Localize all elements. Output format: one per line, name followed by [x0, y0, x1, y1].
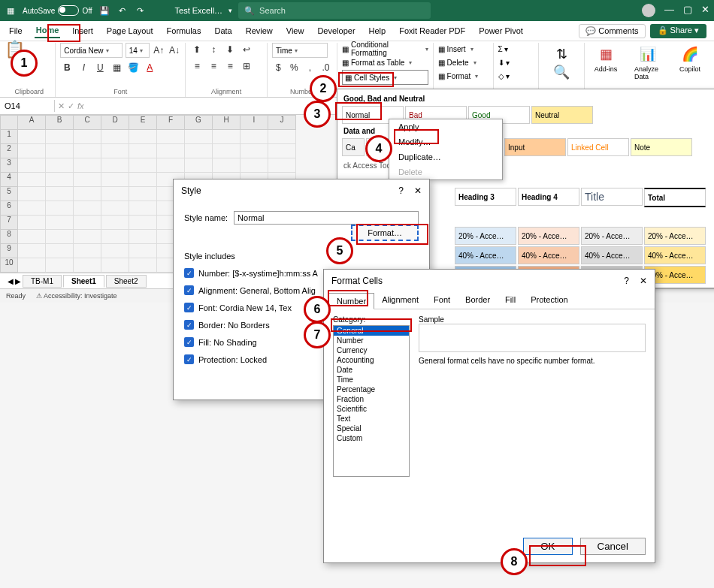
sum-icon[interactable]: Σ ▾	[498, 43, 534, 55]
help-icon[interactable]: ?	[398, 185, 404, 196]
align-center-icon[interactable]: ≡	[207, 59, 220, 73]
dec-inc-icon[interactable]: .0	[319, 61, 332, 74]
sheet-nav-next-icon[interactable]: ▶	[15, 277, 21, 285]
cell[interactable]	[18, 173, 46, 187]
style-input[interactable]: Input	[504, 138, 566, 156]
cell[interactable]	[268, 158, 296, 173]
accessibility-status[interactable]: ⚠ Accessibility: Investigate	[36, 292, 117, 300]
cat-percentage[interactable]: Percentage	[334, 384, 409, 394]
cat-currency[interactable]: Currency	[334, 345, 409, 355]
col-header[interactable]: D	[101, 115, 129, 130]
cell[interactable]	[46, 187, 74, 201]
style-item[interactable]: Ca	[342, 138, 365, 156]
clear-icon[interactable]: ◇ ▾	[498, 70, 534, 82]
tab-power-pivot[interactable]: Power Pivot	[477, 24, 525, 38]
cell[interactable]	[101, 173, 129, 187]
cell[interactable]	[268, 144, 296, 158]
cancel-formula-icon[interactable]: ✕	[58, 101, 65, 111]
cell[interactable]	[18, 130, 46, 144]
style-name-input[interactable]	[234, 211, 419, 225]
cell[interactable]	[241, 144, 268, 158]
cell[interactable]	[268, 130, 296, 144]
cat-scientific[interactable]: Scientific	[334, 404, 409, 414]
row-header[interactable]: 2	[0, 144, 18, 158]
font-name-dropdown[interactable]: Cordia New	[60, 43, 122, 58]
cell[interactable]	[129, 173, 157, 187]
font-color-icon[interactable]: A	[143, 61, 156, 74]
minimize-icon[interactable]: —	[664, 4, 674, 17]
tab-help[interactable]: Help	[368, 24, 388, 38]
tab-page-layout[interactable]: Page Layout	[105, 24, 155, 38]
enter-formula-icon[interactable]: ✓	[68, 101, 74, 111]
cell[interactable]	[157, 130, 185, 144]
cell[interactable]	[74, 230, 101, 244]
cell[interactable]	[129, 144, 157, 158]
col-header[interactable]: B	[46, 115, 74, 130]
style-linked-cell[interactable]: Linked Cell	[567, 138, 629, 156]
row-header[interactable]: 5	[0, 187, 18, 201]
row-header[interactable]: 8	[0, 230, 18, 244]
select-all-corner[interactable]	[0, 115, 18, 130]
align-left-icon[interactable]: ≡	[190, 59, 204, 73]
col-header[interactable]: G	[185, 115, 213, 130]
bold-icon[interactable]: B	[60, 61, 74, 74]
underline-icon[interactable]: U	[93, 61, 107, 74]
insert-cells-button[interactable]: ▦ Insert	[438, 43, 489, 55]
cell[interactable]	[74, 216, 101, 230]
percent-icon[interactable]: %	[288, 61, 301, 74]
align-right-icon[interactable]: ≡	[223, 59, 237, 73]
cell[interactable]	[129, 230, 157, 244]
style-heading4[interactable]: Heading 4	[518, 188, 579, 206]
decrease-font-icon[interactable]: A↓	[168, 44, 181, 57]
style-accent[interactable]: 40% - Acce…	[455, 246, 516, 264]
row-header[interactable]: 4	[0, 173, 18, 187]
row-header[interactable]: 3	[0, 158, 18, 173]
addins-button[interactable]: ▦Add-ins	[589, 43, 622, 74]
checkbox-icon[interactable]: ✓	[184, 320, 194, 330]
cell[interactable]	[129, 258, 157, 273]
cell[interactable]	[74, 201, 101, 216]
cell[interactable]	[101, 244, 129, 258]
wrap-text-icon[interactable]: ↩	[240, 43, 253, 56]
comma-icon[interactable]: ,	[304, 61, 316, 74]
cell[interactable]	[129, 158, 157, 173]
font-size-dropdown[interactable]: 14	[126, 43, 150, 58]
tab-view[interactable]: View	[285, 24, 306, 38]
comments-button[interactable]: 💬 Comments	[579, 24, 645, 38]
toggle-icon[interactable]	[58, 5, 79, 16]
cell[interactable]	[213, 158, 241, 173]
analyze-data-button[interactable]: 📊Analyze Data	[631, 43, 664, 82]
cell[interactable]	[74, 158, 101, 173]
cell[interactable]	[101, 187, 129, 201]
italic-icon[interactable]: I	[77, 61, 90, 74]
fmt-tab-border[interactable]: Border	[458, 292, 498, 309]
ctx-duplicate[interactable]: Duplicate…	[389, 149, 502, 164]
tab-data[interactable]: Data	[213, 24, 233, 38]
row-header[interactable]: 1	[0, 130, 18, 144]
cell[interactable]	[129, 216, 157, 230]
maximize-icon[interactable]: ▢	[683, 4, 692, 17]
cell[interactable]	[74, 187, 101, 201]
style-accent[interactable]: 40% - Acce…	[518, 246, 579, 264]
close-icon[interactable]: ✕	[414, 185, 422, 196]
col-header[interactable]: E	[129, 115, 157, 130]
ctx-modify[interactable]: Modify…	[389, 134, 502, 149]
col-header[interactable]: I	[241, 115, 268, 130]
number-format-dropdown[interactable]: Time	[272, 43, 328, 58]
merge-icon[interactable]: ⊞	[240, 59, 253, 73]
cell[interactable]	[18, 187, 46, 201]
fx-icon[interactable]: fx	[77, 101, 84, 111]
col-header[interactable]: H	[213, 115, 241, 130]
cell[interactable]	[129, 201, 157, 216]
format-as-table-button[interactable]: ▦ Format as Table	[342, 56, 428, 68]
cell[interactable]	[18, 201, 46, 216]
cat-number[interactable]: Number	[334, 336, 409, 345]
close-icon[interactable]: ✕	[701, 4, 709, 17]
redo-icon[interactable]: ↷	[135, 5, 147, 17]
style-accent[interactable]: 40% - Acce…	[581, 246, 643, 264]
style-accent[interactable]: 20% - Acce…	[581, 227, 643, 245]
cat-date[interactable]: Date	[334, 365, 409, 375]
find-select-icon[interactable]: 🔍	[543, 61, 579, 83]
cell-styles-button[interactable]: ▦ Cell Styles	[342, 70, 428, 85]
category-list[interactable]: General Number Currency Accounting Date …	[333, 325, 410, 477]
